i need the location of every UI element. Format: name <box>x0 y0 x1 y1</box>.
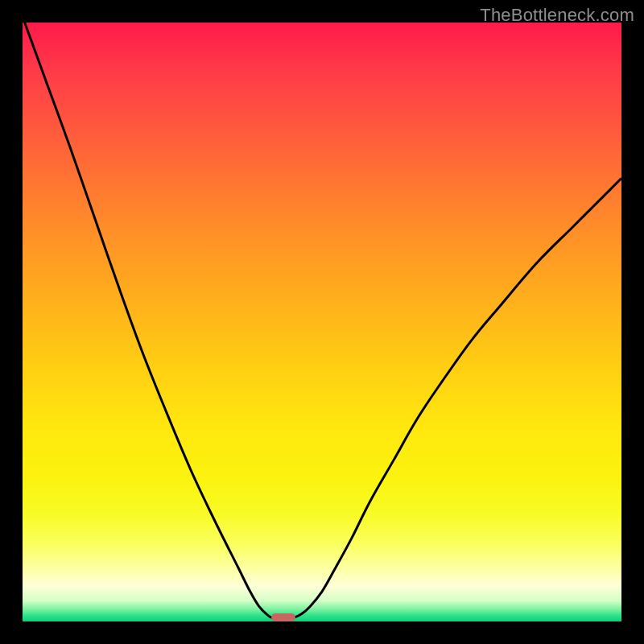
curve-layer <box>23 23 621 621</box>
curve-left-branch <box>23 23 274 618</box>
plot-area <box>23 23 621 621</box>
curve-right-branch <box>292 178 621 618</box>
chart-frame: TheBottleneck.com <box>0 0 644 644</box>
bottleneck-marker <box>271 613 295 621</box>
